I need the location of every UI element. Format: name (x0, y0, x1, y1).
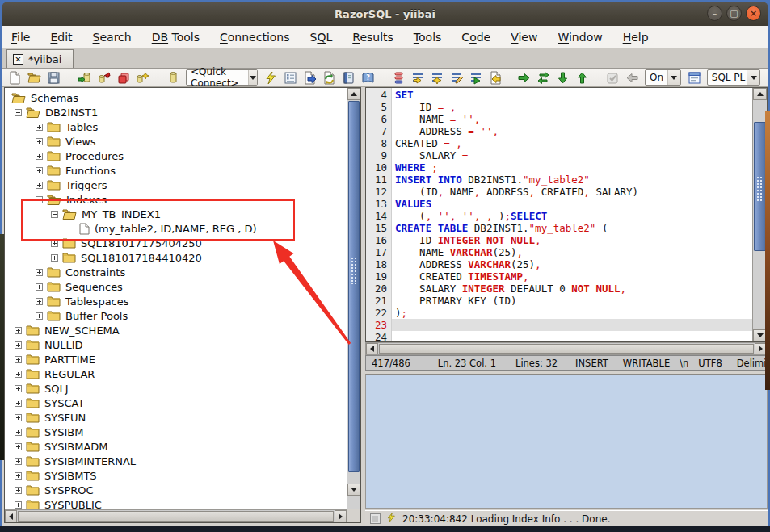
tree-item-sqlj[interactable]: SQLJ (5, 381, 347, 396)
code-line[interactable]: CREATE TABLE DB2INST1."my_table2" ( (395, 222, 752, 234)
refresh-page-icon[interactable] (322, 71, 336, 85)
minimize-button[interactable]: – (707, 6, 722, 21)
stop-square-icon[interactable] (370, 513, 381, 524)
chevron-down-icon[interactable] (747, 70, 759, 85)
autocommit-dropdown[interactable]: On (645, 69, 681, 86)
expander-plus-icon[interactable] (36, 182, 43, 189)
expander-plus-icon[interactable] (36, 153, 43, 160)
back-gray-icon[interactable] (625, 71, 639, 85)
expander-plus-icon[interactable] (36, 283, 43, 291)
expander-plus-icon[interactable] (15, 341, 22, 349)
tree-item-sysfun[interactable]: SYSFUN (5, 410, 347, 425)
expander-plus-icon[interactable] (36, 269, 43, 276)
scroll-down-button[interactable] (347, 484, 360, 496)
editor-hscroll-thumb[interactable] (379, 344, 754, 354)
tree-item-schemas[interactable]: Schemas (5, 90, 347, 105)
expander-plus-icon[interactable] (36, 124, 43, 131)
menu-view[interactable]: View (511, 31, 537, 44)
expander-plus-icon[interactable] (15, 429, 22, 436)
code-line[interactable]: NAME VARCHAR(25), (395, 246, 752, 258)
tree-item-nullid[interactable]: NULLID (5, 337, 347, 352)
tree-item-new-schema[interactable]: NEW_SCHEMA (5, 323, 347, 337)
expander-plus-icon[interactable] (15, 400, 22, 407)
code-line[interactable]: CREATED = , (395, 137, 752, 149)
tree-item-tablespaces[interactable]: Tablespaces (5, 294, 347, 308)
swap-green-icon[interactable] (536, 71, 550, 85)
code-line[interactable]: PRIMARY KEY (ID) (395, 295, 752, 307)
open-folder-icon[interactable] (27, 71, 41, 85)
run-lines-icon[interactable] (469, 71, 483, 85)
results-panel[interactable] (365, 374, 768, 509)
menu-sql[interactable]: SQL (310, 31, 333, 44)
expander-minus-icon[interactable] (36, 196, 43, 203)
tab-close-icon[interactable]: ✕ (13, 54, 23, 65)
tree-item-sysibmadm[interactable]: SYSIBMADM (5, 439, 347, 454)
schema-tree[interactable]: SchemasDB2INST1TablesViewsProceduresFunc… (5, 88, 347, 509)
forward-green-icon[interactable] (517, 71, 531, 85)
new-file-icon[interactable] (8, 71, 22, 85)
menu-edit[interactable]: Edit (50, 31, 72, 44)
menu-file[interactable]: File (11, 31, 30, 44)
scroll-right-button[interactable] (335, 510, 347, 522)
code-line[interactable]: SALARY = (395, 149, 752, 161)
quick-connect-dropdown[interactable]: <Quick Connect> (186, 69, 258, 86)
expander-plus-icon[interactable] (36, 298, 43, 305)
tree-item-sysibminternal[interactable]: SYSIBMINTERNAL (5, 454, 347, 468)
tree-item-triggers[interactable]: Triggers (5, 178, 347, 192)
code-line[interactable]: NAME = '', (395, 113, 752, 125)
menu-code[interactable]: Code (461, 31, 490, 44)
expander-plus-icon[interactable] (51, 240, 58, 247)
scroll-up-button[interactable] (753, 88, 767, 100)
expander-plus-icon[interactable] (36, 312, 43, 320)
expander-plus-icon[interactable] (36, 138, 43, 145)
expander-plus-icon[interactable] (15, 487, 22, 494)
expander-plus-icon[interactable] (15, 356, 22, 363)
editor-vscroll-thumb[interactable] (754, 122, 766, 251)
tree-item-sysibm[interactable]: SYSIBM (5, 425, 347, 439)
tree-item-parttime[interactable]: PARTTIME (5, 352, 347, 367)
code-line[interactable]: SET (395, 89, 752, 101)
tree-vertical-scrollbar[interactable] (347, 88, 360, 509)
editor-horizontal-scrollbar[interactable] (365, 342, 768, 355)
add-lines-icon[interactable] (431, 71, 444, 85)
tab-yiibai[interactable]: ✕ *yiibai (6, 49, 74, 68)
code-line[interactable] (392, 319, 752, 331)
code-line[interactable]: (, '', '', , );SELECT (395, 210, 752, 222)
code-line[interactable]: (ID, NAME, ADDRESS, CREATED, SALARY) (395, 186, 752, 198)
db-connect-icon[interactable] (78, 71, 91, 85)
tree-item-buffer-pools[interactable]: Buffer Pools (5, 308, 347, 323)
scroll-left-button[interactable] (5, 510, 17, 522)
scroll-up-button[interactable] (347, 88, 360, 100)
menu-search[interactable]: Search (93, 31, 132, 44)
up-green-icon[interactable] (575, 71, 589, 85)
tree-item-sysproc[interactable]: SYSPROC (5, 483, 347, 497)
tree-item-constraints[interactable]: Constraints (5, 265, 347, 279)
tree-item-syscat[interactable]: SYSCAT (5, 396, 347, 410)
down-green-icon[interactable] (556, 71, 570, 85)
export-page-icon[interactable] (303, 71, 317, 85)
tree-item-syspublic[interactable]: SYSPUBLIC (5, 497, 347, 509)
fetch-arrow-icon[interactable] (411, 71, 425, 85)
save-icon[interactable] (47, 71, 61, 85)
menu-connections[interactable]: Connections (220, 31, 290, 44)
code-line[interactable]: SALARY INTEGER DEFAULT 0 NOT NULL, (395, 283, 752, 295)
tree-item-my-table2-id-name-reg-d[interactable]: (my_table2, ID,NAME, REG , D) (5, 221, 347, 236)
tree-hscroll-thumb[interactable] (18, 511, 334, 522)
tree-item-regular[interactable]: REGULAR (5, 367, 347, 381)
expander-plus-icon[interactable] (15, 371, 22, 378)
format-stack-icon[interactable] (392, 71, 406, 85)
chevron-down-icon[interactable] (667, 70, 680, 85)
edit-window-icon[interactable] (688, 71, 701, 85)
expander-plus-icon[interactable] (36, 167, 43, 174)
maximize-button[interactable]: ▢ (726, 6, 742, 21)
menu-db-tools[interactable]: DB Tools (152, 31, 200, 44)
code-line[interactable]: ID INTEGER NOT NULL, (395, 234, 752, 246)
scroll-left-button[interactable] (366, 343, 378, 354)
tree-item-sql181017175404250[interactable]: SQL181017175404250 (5, 236, 347, 250)
code-line[interactable]: INSERT INTO DB2INST1."my_table2" (395, 174, 752, 186)
expander-minus-icon[interactable] (15, 109, 22, 116)
db-icon[interactable] (166, 71, 180, 85)
close-button[interactable]: × (746, 6, 761, 21)
title-bar[interactable]: RazorSQL - yiibai –▢× (2, 2, 768, 26)
expander-plus-icon[interactable] (15, 327, 22, 334)
